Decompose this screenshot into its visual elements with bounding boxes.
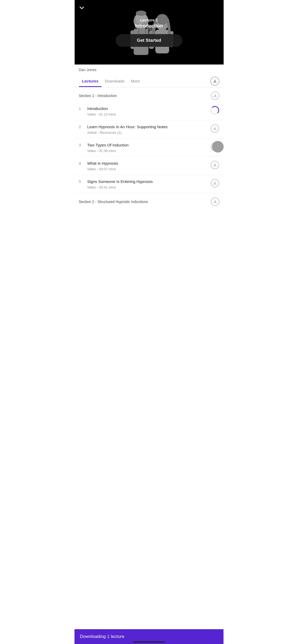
section-1-download-button[interactable] bbox=[211, 91, 219, 100]
lecture-title: Introduction bbox=[116, 23, 182, 29]
lecture-2-action[interactable] bbox=[210, 124, 219, 133]
lecture-title-1: Introduction bbox=[87, 106, 207, 111]
lecture-meta-4: Video - 03:07 mins bbox=[87, 167, 207, 171]
section-2-download-button[interactable] bbox=[211, 197, 219, 206]
section-2-label: Section 2 - Structured Hypnotic Inductio… bbox=[79, 200, 148, 204]
download-icon-2[interactable] bbox=[211, 124, 219, 133]
section-2-header: Section 2 - Structured Hypnotic Inductio… bbox=[75, 193, 224, 208]
lecture-4-action[interactable] bbox=[210, 160, 219, 169]
lecture-info-4: What Is Hypnosis Video - 03:07 mins bbox=[87, 160, 207, 171]
lecture-title-2: Learn Hypnosis In An Hour: Supporting No… bbox=[87, 124, 207, 130]
section-1-label: Section 1 - Introduction bbox=[79, 94, 117, 98]
author-bar: Dan Jones bbox=[75, 65, 224, 75]
lecture-info-3: Two Types Of Induction Video - 01:39 min… bbox=[87, 142, 207, 153]
lecture-number: Lecture 1 bbox=[116, 18, 182, 22]
tab-more[interactable]: More bbox=[128, 75, 143, 87]
gray-overlay-circle bbox=[212, 141, 224, 153]
lecture-meta-1: Video - 01:13 mins bbox=[87, 112, 207, 116]
lecture-item-5[interactable]: 5 Signs Someone Is Entering Hypnosis Vid… bbox=[75, 175, 224, 193]
lecture-number-4: 4 bbox=[79, 160, 84, 165]
lecture-number-3: 3 bbox=[79, 142, 84, 147]
lecture-item-4[interactable]: 4 What Is Hypnosis Video - 03:07 mins bbox=[75, 157, 224, 175]
download-icon-4[interactable] bbox=[211, 161, 219, 169]
loading-spinner bbox=[211, 106, 219, 114]
lecture-number-2: 2 bbox=[79, 124, 84, 129]
lecture-title-4: What Is Hypnosis bbox=[87, 160, 207, 166]
download-icon-5[interactable] bbox=[211, 179, 219, 187]
lecture-meta-5: Video - 03:41 mins bbox=[87, 185, 207, 189]
tab-lectures[interactable]: Lectures bbox=[79, 75, 102, 87]
lecture-item-1[interactable]: 1 Introduction Video - 01:13 mins bbox=[75, 102, 224, 120]
lecture-number-5: 5 bbox=[79, 179, 84, 184]
lecture-5-action[interactable] bbox=[210, 179, 219, 188]
lecture-item-3[interactable]: 3 Two Types Of Induction Video - 01:39 m… bbox=[75, 139, 224, 157]
get-started-button[interactable]: Get Started bbox=[116, 34, 182, 47]
lecture-info-5: Signs Someone Is Entering Hypnosis Video… bbox=[87, 179, 207, 189]
hero-section: Lecture 1 Introduction Get Started bbox=[75, 0, 224, 65]
content-list: Section 1 - Introduction 1 Introduction … bbox=[75, 87, 224, 229]
lecture-info-2: Learn Hypnosis In An Hour: Supporting No… bbox=[87, 124, 207, 135]
lecture-1-action[interactable] bbox=[210, 106, 219, 115]
back-button[interactable] bbox=[79, 5, 85, 12]
lecture-3-action[interactable] bbox=[210, 142, 219, 151]
lecture-number-1: 1 bbox=[79, 106, 84, 111]
lecture-title-5: Signs Someone Is Entering Hypnosis bbox=[87, 179, 207, 184]
svg-point-7 bbox=[136, 11, 146, 16]
lecture-meta-3: Video - 01:39 mins bbox=[87, 149, 207, 153]
lecture-meta-2: Article - Resources (1) bbox=[87, 131, 207, 135]
section-1-header: Section 1 - Introduction bbox=[75, 87, 224, 102]
author-name: Dan Jones bbox=[79, 68, 97, 72]
tab-bar: Lectures Downloads More bbox=[75, 75, 224, 87]
lecture-title-3: Two Types Of Induction bbox=[87, 142, 207, 148]
lecture-info-1: Introduction Video - 01:13 mins bbox=[87, 106, 207, 116]
tab-download-button[interactable] bbox=[210, 77, 219, 86]
lecture-item-2[interactable]: 2 Learn Hypnosis In An Hour: Supporting … bbox=[75, 120, 224, 139]
tab-downloads[interactable]: Downloads bbox=[102, 75, 128, 87]
hero-content: Lecture 1 Introduction Get Started bbox=[116, 18, 182, 47]
